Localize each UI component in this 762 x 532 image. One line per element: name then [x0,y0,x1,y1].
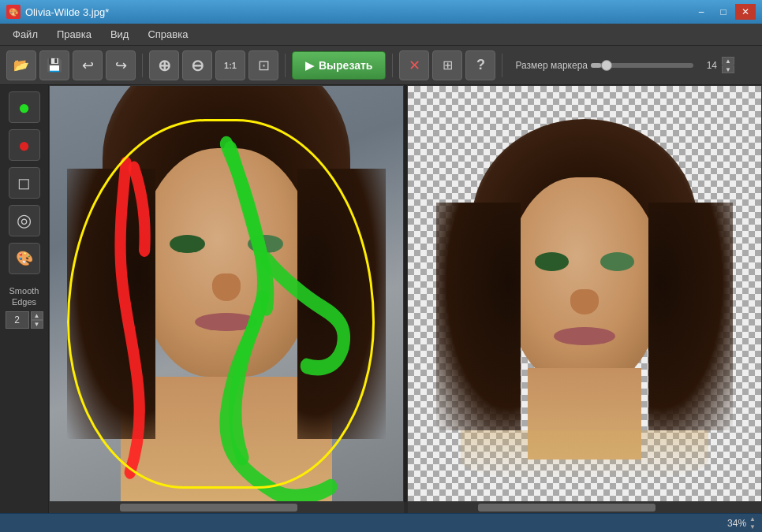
smooth-edges-down[interactable]: ▼ [31,320,43,329]
marker-size-value: 14 [698,60,717,71]
remove-brush-icon: ● [18,135,31,155]
run-button[interactable]: ▶ Вырезать [292,51,386,80]
nose [212,273,241,301]
smooth-edges-input[interactable]: 2 [6,311,29,329]
cutout-container [408,86,761,501]
left-sidebar: ● ● ◻ ◎ 🎨 Smooth Edges 2 ▲ ▼ [0,85,49,513]
app-icon: 🎨 [6,5,21,19]
open-button[interactable]: 📂 [6,50,36,80]
menu-view[interactable]: Вид [101,25,139,43]
zoom-fit-button[interactable]: ⊡ [248,50,278,80]
marker-size-slider[interactable] [591,63,693,68]
zoom-up[interactable]: ▲ [749,515,756,523]
open-icon: 📂 [13,58,29,73]
cutout-canvas-inner [408,86,761,501]
eraser-icon: ◻ [17,173,31,192]
menu-bar: Файл Правка Вид Справка [0,24,762,46]
close-button[interactable]: ✕ [735,4,756,20]
cutout-face [506,177,662,385]
tool-remove-button[interactable]: ● [9,129,40,161]
right-scrollbar[interactable] [408,502,763,513]
left-scrollbar[interactable] [49,502,404,513]
title-text: Olivia-Wilde 3.jpg* [25,6,109,18]
marker-size-down[interactable]: ▼ [722,65,734,73]
cancel-icon: ✕ [409,57,420,74]
zoom-in-button[interactable]: ⊕ [149,50,179,80]
zoom-down[interactable]: ▼ [749,523,756,531]
zoom-level: 34% [727,518,746,529]
title-bar-left: 🎨 Olivia-Wilde 3.jpg* [6,5,109,19]
tool-add-button[interactable]: ● [9,91,40,123]
hair-left [67,169,155,439]
left-eye [170,235,205,253]
cutout-mouth [554,327,616,346]
marker-slider-thumb [601,60,612,71]
smooth-edges-label: Smooth Edges [0,285,48,308]
help-button[interactable]: ? [465,50,495,80]
marker-size-spinners: ▲ ▼ [722,57,734,73]
toolbar-separator-4 [502,54,502,77]
add-brush-icon: ● [18,97,31,117]
tool-spot-button[interactable]: ◎ [9,205,40,236]
color-icon: 🎨 [16,250,33,267]
cutout-canvas-panel[interactable] [407,85,762,502]
undo-button[interactable]: ↩ [73,50,103,80]
zoom-1to1-icon: 1:1 [224,61,237,70]
save-button[interactable]: 💾 [39,50,69,80]
zoom-out-button[interactable]: ⊖ [182,50,212,80]
toolbar-separator-3 [392,54,393,77]
crop-icon: ⊞ [443,58,453,73]
marker-slider-fill [591,63,601,68]
main-area: ● ● ◻ ◎ 🎨 Smooth Edges 2 ▲ ▼ [0,85,762,513]
right-eye [248,235,283,253]
left-scrollbar-thumb [120,504,297,512]
smooth-edges-control: 2 ▲ ▼ [6,311,43,329]
face [138,148,315,377]
redo-button[interactable]: ↪ [106,50,136,80]
cutout-right-eye [600,252,634,271]
toolbar-separator-2 [285,54,286,77]
cutout-left-eye [535,252,569,271]
canvas-panels [49,85,762,502]
cutout-hair-right [648,203,734,431]
marker-size-label: Размер маркера [515,60,588,71]
tool-color-button[interactable]: 🎨 [9,243,40,274]
help-icon: ? [476,57,485,73]
maximize-button[interactable]: □ [713,4,734,20]
zoom-out-icon: ⊖ [191,56,204,75]
zoom-spinners: ▲ ▼ [749,515,756,530]
status-bar: 34% ▲ ▼ [0,513,762,532]
menu-edit[interactable]: Правка [47,25,101,43]
menu-help[interactable]: Справка [138,25,197,43]
marker-slider-container: 14 ▲ ▼ [591,57,734,73]
cutout-nose [570,289,598,314]
cutout-shoulders [461,430,708,480]
undo-icon: ↩ [82,57,94,74]
run-label: Вырезать [319,59,372,72]
original-canvas-inner [50,86,403,501]
cancel-button[interactable]: ✕ [399,50,429,80]
photo-background [50,86,403,501]
scrollbar-area [49,502,762,513]
spot-icon: ◎ [17,210,32,231]
hair-right [297,169,386,439]
canvas-area [49,85,762,513]
window-controls: – □ ✕ [691,4,756,20]
smooth-edges-section: Smooth Edges 2 ▲ ▼ [0,285,48,329]
marker-size-up[interactable]: ▲ [722,57,734,65]
minimize-button[interactable]: – [691,4,712,20]
zoom-1to1-button[interactable]: 1:1 [215,50,245,80]
toolbar-separator-1 [142,54,143,77]
tool-eraser-button[interactable]: ◻ [9,167,40,199]
zoom-fit-icon: ⊡ [258,57,270,74]
crop-button[interactable]: ⊞ [432,50,462,80]
save-icon: 💾 [47,58,62,73]
mouth [195,313,259,331]
menu-file[interactable]: Файл [3,25,47,43]
smooth-edges-spinners: ▲ ▼ [31,311,43,329]
right-scrollbar-thumb [478,504,656,512]
original-canvas-panel[interactable] [49,85,404,502]
zoom-in-icon: ⊕ [158,56,171,75]
smooth-edges-up[interactable]: ▲ [31,311,43,320]
run-icon: ▶ [305,59,314,72]
